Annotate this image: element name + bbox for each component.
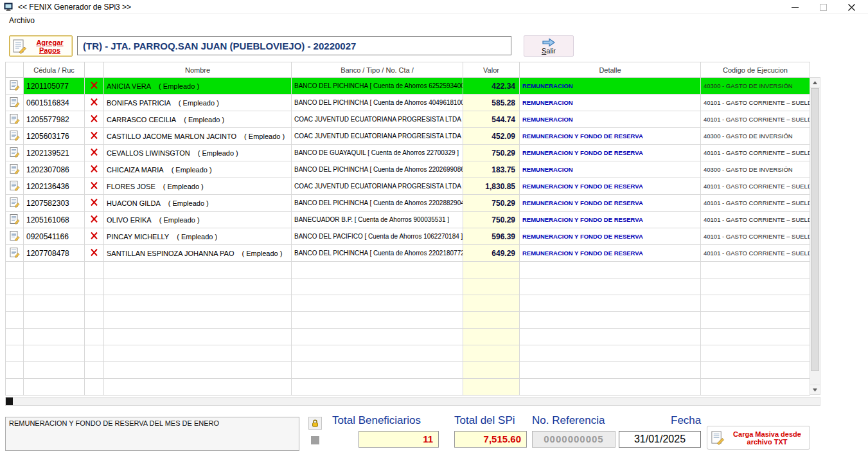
nombre-cell: CHICAIZA MARIA( Empleado ) — [104, 161, 292, 178]
entity-title-input[interactable] — [77, 36, 511, 55]
edit-cell[interactable] — [6, 195, 24, 212]
app-icon — [4, 2, 14, 12]
column-header-cedula[interactable]: Cédula / Ruc — [24, 62, 85, 78]
banco-cell: COAC JUVENTUD ECUATORIANA PROGRESISTA LT… — [292, 128, 463, 145]
banco-cell: COAC JUVENTUD ECUATORIANA PROGRESISTA LT… — [292, 111, 463, 128]
valor-cell-empty — [463, 278, 520, 295]
nombre-cell: HUACON GILDA( Empleado ) — [104, 195, 292, 212]
cedula-cell: 0920541166 — [24, 228, 85, 245]
empty-row — [6, 262, 810, 278]
cedula-cell-empty — [24, 295, 85, 312]
table-row[interactable]: 0601516834 BONIFAS PATRICIA( Empleado ) … — [6, 95, 810, 111]
edit-cell[interactable] — [6, 228, 24, 245]
carga-masiva-button[interactable]: Carga Masiva desde archivo TXT — [707, 426, 810, 450]
edit-cell-empty — [6, 345, 24, 362]
edit-record-icon — [9, 147, 20, 158]
minimize-button[interactable] — [781, 0, 809, 14]
grid-body: 1201105077 ANICIA VERA( Empleado ) BANCO… — [6, 78, 810, 396]
detalle-cell-empty — [520, 379, 701, 396]
table-row[interactable]: 1201105077 ANICIA VERA( Empleado ) BANCO… — [6, 78, 810, 95]
delete-icon — [90, 215, 98, 223]
vertical-scroll-thumb[interactable] — [811, 88, 819, 371]
detalle-cell-empty — [520, 345, 701, 362]
edit-cell[interactable] — [6, 161, 24, 178]
scroll-down-button[interactable] — [810, 385, 820, 394]
menu-archivo[interactable]: Archivo — [6, 14, 37, 27]
delete-cell[interactable] — [85, 95, 104, 111]
edit-cell[interactable] — [6, 245, 24, 262]
nombre-cell-empty — [104, 295, 292, 312]
cedula-cell: 0601516834 — [24, 95, 85, 111]
banco-cell: BANCO DE GUAYAQUIL [ Cuenta de Ahorros 2… — [292, 145, 463, 161]
nombre-cell: ANICIA VERA( Empleado ) — [104, 78, 292, 95]
edit-cell[interactable] — [6, 178, 24, 195]
column-header-nombre[interactable]: Nombre — [104, 62, 292, 78]
edit-cell[interactable] — [6, 212, 24, 228]
lock-button[interactable] — [308, 417, 322, 430]
carga-masiva-label: Carga Masiva desde archivo TXT — [727, 430, 807, 446]
edit-cell[interactable] — [6, 145, 24, 161]
edit-cell[interactable] — [6, 95, 24, 111]
close-button[interactable] — [837, 0, 865, 14]
fecha-input[interactable] — [619, 431, 701, 448]
column-header-codigo[interactable]: Codigo de Ejecucion — [701, 62, 810, 78]
maximize-button[interactable] — [809, 0, 837, 14]
table-row[interactable]: 1202136436 FLORES JOSE( Empleado ) COAC … — [6, 178, 810, 195]
edit-cell[interactable] — [6, 111, 24, 128]
scroll-up-button[interactable] — [810, 78, 820, 87]
note-input[interactable]: REMUNERACION Y FONDO DE RESERVA DEL MES … — [5, 417, 299, 451]
valor-cell: 183.75 — [463, 161, 520, 178]
delete-icon — [90, 165, 98, 173]
detalle-cell: REMUNERACION Y FONDO DE RESERVA — [520, 228, 701, 245]
cedula-cell-empty — [24, 312, 85, 329]
delete-icon — [90, 98, 98, 106]
horizontal-scrollbar[interactable] — [5, 397, 820, 406]
delete-cell[interactable] — [85, 195, 104, 212]
banco-cell: BANCO DEL PICHINCHA [ Cuenta de Ahorros … — [292, 195, 463, 212]
delete-cell[interactable] — [85, 178, 104, 195]
delete-cell[interactable] — [85, 228, 104, 245]
vertical-scrollbar[interactable] — [810, 77, 820, 395]
tipo-text: ( Empleado ) — [242, 250, 282, 257]
detalle-cell-empty — [520, 278, 701, 295]
delete-cell[interactable] — [85, 212, 104, 228]
valor-cell: 585.28 — [463, 95, 520, 111]
delete-cell[interactable] — [85, 78, 104, 95]
delete-icon — [90, 232, 98, 240]
table-row[interactable]: 1207708478 SANTILLAN ESPINOZA JOHANNA PA… — [6, 245, 810, 262]
exit-button[interactable]: Salir — [524, 35, 574, 57]
horizontal-scroll-thumb[interactable] — [6, 397, 13, 405]
scroll-up-icon — [813, 81, 817, 84]
table-row[interactable]: 1202139521 CEVALLOS LIWINSGTON( Empleado… — [6, 145, 810, 161]
delete-cell[interactable] — [85, 161, 104, 178]
table-row[interactable]: 1205161068 OLIVO ERIKA( Empleado ) BANEC… — [6, 212, 810, 228]
banco-cell-empty — [292, 262, 463, 278]
delete-cell[interactable] — [85, 128, 104, 145]
empty-row — [6, 345, 810, 362]
nombre-text: ANICIA VERA — [107, 82, 151, 90]
delete-cell[interactable] — [85, 145, 104, 161]
referencia-value: 0000000005 — [532, 431, 616, 448]
codigo-cell-empty — [701, 262, 810, 278]
edit-cell-empty — [6, 262, 24, 278]
cedula-cell-empty — [24, 278, 85, 295]
delete-cell[interactable] — [85, 111, 104, 128]
menu-bar: Archivo — [0, 14, 868, 27]
column-header-valor[interactable]: Valor — [463, 62, 520, 78]
table-row[interactable]: 1205603176 CASTILLO JACOME MARLON JACINT… — [6, 128, 810, 145]
column-header-detalle[interactable]: Detalle — [520, 62, 701, 78]
codigo-cell: 40101 - GASTO CORRIENTE – SUELDOS — [701, 212, 810, 228]
delete-icon — [90, 114, 98, 123]
table-row[interactable]: 0920541166 PINCAY MICHELLY( Empleado ) B… — [6, 228, 810, 245]
column-header-banco[interactable]: Banco / Tipo / No. Cta / — [292, 62, 463, 78]
delete-cell[interactable] — [85, 245, 104, 262]
banco-cell: BANCO DEL PICHINCHA [ Cuenta de Ahorros … — [292, 95, 463, 111]
table-row[interactable]: 1202307086 CHICAIZA MARIA( Empleado ) BA… — [6, 161, 810, 178]
valor-cell: 544.74 — [463, 111, 520, 128]
add-payments-button[interactable]: Agregar Pagos — [9, 35, 73, 57]
edit-cell[interactable] — [6, 78, 24, 95]
window-controls — [781, 0, 865, 14]
table-row[interactable]: 1205577982 CARRASCO CECILIA( Empleado ) … — [6, 111, 810, 128]
edit-cell[interactable] — [6, 128, 24, 145]
table-row[interactable]: 1207582303 HUACON GILDA( Empleado ) BANC… — [6, 195, 810, 212]
